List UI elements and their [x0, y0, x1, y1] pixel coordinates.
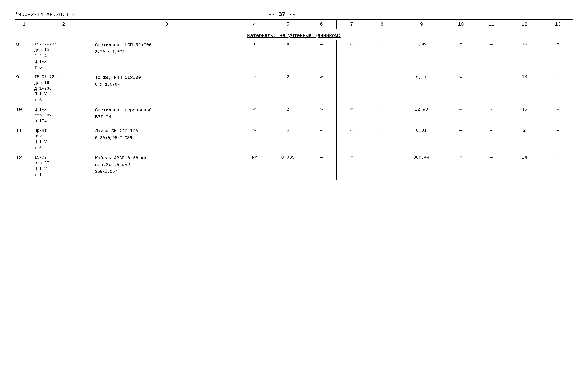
row-10-ref: Ц.I-У стр.309 п.II4	[33, 105, 94, 126]
row-8-desc: Светильник НСП-02хI003,70 x 1,078=	[94, 40, 239, 72]
row-9-col12: 13	[506, 72, 543, 105]
row-num-11: II	[15, 126, 33, 153]
row-9-col6: ∞	[306, 72, 336, 105]
row-11-col10: —	[445, 126, 476, 153]
row-10-col13: —	[543, 105, 573, 126]
col-header-8: 8	[367, 20, 397, 29]
table-row: 9 I5-07-72г. доп.18 д.1-236 П.I-У т.6 То…	[15, 72, 573, 105]
row-10-col11: «	[476, 105, 506, 126]
col-header-4: 4	[239, 20, 270, 29]
main-table: 1 2 3 4 5 6 7 8 9 10 11 12 13 Материалы,…	[15, 20, 573, 180]
row-8-col10: «	[445, 40, 476, 72]
row-8-unit: шт.	[239, 40, 270, 72]
row-12-col7: «	[336, 153, 367, 180]
table-row: II Пр-нт 092 Ц.I-У т.6 Лампа БК 220-I000…	[15, 126, 573, 153]
row-8-col7: ←	[336, 40, 367, 72]
col-header-6: 6	[306, 20, 336, 29]
row-12-col12: I4	[506, 153, 543, 180]
row-11-col6: «	[306, 126, 336, 153]
row-11-col13: —	[543, 126, 573, 153]
row-10-desc: Светильник переноснойВЗТ-I4	[94, 105, 239, 126]
row-num-8: 8	[15, 40, 33, 72]
row-num-9: 9	[15, 72, 33, 105]
col-header-12: 12	[506, 20, 543, 29]
row-8-qty: 4	[270, 40, 306, 72]
row-9-col11: →	[476, 72, 506, 105]
row-10-col12: 46	[506, 105, 543, 126]
row-11-col7: ←	[336, 126, 367, 153]
row-12-desc: Кабель АВВГ-0,66 квсеч.2х2,5 мм2355хI,09…	[94, 153, 239, 180]
row-11-col8: ←	[367, 126, 397, 153]
row-9-col10: ∞	[445, 72, 476, 105]
col-header-1: 1	[15, 20, 33, 29]
row-8-col6: —	[306, 40, 336, 72]
col-header-3: 3	[94, 20, 239, 29]
row-8-col13: «	[543, 40, 573, 72]
section-title: Материалы, не учтенные ценником:	[247, 33, 341, 38]
row-11-col11: «	[476, 126, 506, 153]
row-num-12: I2	[15, 153, 33, 180]
row-10-price: 22,90	[397, 105, 445, 126]
row-10-col8: «	[367, 105, 397, 126]
column-headers: 1 2 3 4 5 6 7 8 9 10 11 12 13	[15, 20, 573, 29]
table-row: I0 Ц.I-У стр.309 п.II4 Светильник перено…	[15, 105, 573, 126]
row-11-col12: 2	[506, 126, 543, 153]
table-row: I2 I5-09 стр.37 Ц.I-У т.I Кабель АВВГ-0,…	[15, 153, 573, 180]
row-num-10: I0	[15, 105, 33, 126]
row-10-qty: 2	[270, 105, 306, 126]
row-9-ref: I5-07-72г. доп.18 д.1-236 П.I-У т.6	[33, 72, 94, 105]
row-10-col10: —	[445, 105, 476, 126]
page-header: ¹903-2-14 Ан.УП,ч.4 -- 37 --	[15, 11, 573, 18]
row-9-desc: То же, НПП 0IхI006 x 1,078=	[94, 72, 239, 105]
row-11-desc: Лампа БК 220-I000,30х0,95хI,086=	[94, 126, 239, 153]
row-12-col6: —	[306, 153, 336, 180]
document-reference: ¹903-2-14 Ан.УП,ч.4	[15, 12, 75, 17]
row-12-qty: 0,035	[270, 153, 306, 180]
row-10-col6: ∞	[306, 105, 336, 126]
row-8-col12: 16	[506, 40, 543, 72]
row-9-col13: ≈	[543, 72, 573, 105]
page-number: -- 37 --	[269, 11, 295, 18]
col-header-11: 11	[476, 20, 506, 29]
col-header-13: 13	[543, 20, 573, 29]
row-8-col8: →	[367, 40, 397, 72]
row-9-col8: —	[367, 72, 397, 105]
row-12-price: 389,44	[397, 153, 445, 180]
row-12-unit: км	[239, 153, 270, 180]
row-11-unit: »	[239, 126, 270, 153]
row-12-ref: I5-09 стр.37 Ц.I-У т.I	[33, 153, 94, 180]
row-12-col13: →	[543, 153, 573, 180]
section-header-row: Материалы, не учтенные ценником:	[15, 29, 573, 40]
row-12-col10: «	[445, 153, 476, 180]
row-11-ref: Пр-нт 092 Ц.I-У т.6	[33, 126, 94, 153]
row-8-price: 3,99	[397, 40, 445, 72]
row-12-col8: .	[367, 153, 397, 180]
row-11-price: 0,3I	[397, 126, 445, 153]
row-9-qty: 2	[270, 72, 306, 105]
col-header-7: 7	[336, 20, 367, 29]
row-10-unit: «	[239, 105, 270, 126]
row-8-ref: I5-07-70г. доп.10 1-214 Ц.I-У т.6	[33, 40, 94, 72]
col-header-2: 2	[33, 20, 94, 29]
row-9-price: 6,47	[397, 72, 445, 105]
row-10-col7: «	[336, 105, 367, 126]
table-row: 8 I5-07-70г. доп.10 1-214 Ц.I-У т.6 Свет…	[15, 40, 573, 72]
row-12-col11: —	[476, 153, 506, 180]
row-9-unit: »	[239, 72, 270, 105]
row-8-col11: —	[476, 40, 506, 72]
col-header-5: 5	[270, 20, 306, 29]
col-header-9: 9	[397, 20, 445, 29]
col-header-10: 10	[445, 20, 476, 29]
row-9-col7: ←	[336, 72, 367, 105]
row-11-qty: 6	[270, 126, 306, 153]
